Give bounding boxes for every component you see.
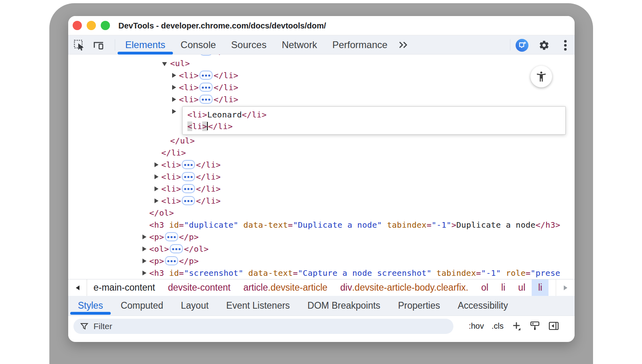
hidden-children-ellipsis-icon[interactable] — [165, 256, 178, 265]
code-token: </li> — [196, 196, 221, 206]
expand-arrow-icon[interactable] — [172, 85, 176, 90]
close-button[interactable] — [73, 21, 82, 30]
dom-tree-row[interactable]: <li></li> — [179, 69, 238, 81]
sidebar-tab-label: Styles — [78, 300, 103, 311]
expand-arrow-icon[interactable] — [142, 259, 146, 263]
node-edit-box[interactable]: <li>Leonard</li> <li></li> — [182, 106, 566, 135]
sidebar-tab-label: DOM Breakpoints — [307, 300, 380, 311]
hidden-children-ellipsis-icon[interactable] — [199, 95, 213, 104]
ai-assistance-button[interactable] — [516, 39, 528, 52]
hidden-children-ellipsis-icon[interactable] — [170, 244, 183, 253]
hidden-children-ellipsis-icon[interactable] — [182, 196, 195, 205]
expand-arrow-icon[interactable] — [142, 235, 146, 239]
dom-tree-row[interactable]: <li></li> — [161, 171, 221, 183]
breadcrumb-bar: e-main-contentdevsite-contentarticle.dev… — [68, 279, 575, 296]
breadcrumb-scroll-right-button[interactable] — [556, 279, 575, 296]
dom-tree-row[interactable]: <li></li> — [179, 55, 238, 57]
maximize-button[interactable] — [101, 21, 110, 30]
toggle-element-state-button[interactable]: :hov — [469, 322, 484, 331]
expand-arrow-icon[interactable] — [172, 97, 176, 102]
device-toolbar-button[interactable] — [92, 39, 105, 52]
code-token: "screenshot" — [184, 268, 243, 278]
more-tabs-button[interactable] — [398, 35, 409, 55]
sidebar-tab-accessibility[interactable]: Accessibility — [449, 296, 517, 315]
minimize-button[interactable] — [87, 21, 96, 30]
tab-elements[interactable]: Elements — [118, 35, 173, 55]
code-token: "-1" — [481, 268, 501, 278]
expand-arrow-icon[interactable] — [142, 271, 146, 275]
dom-tree-row[interactable]: </ol> — [149, 207, 174, 219]
toolbar-separator-right — [510, 39, 510, 51]
rendering-emulation-button[interactable] — [529, 320, 540, 332]
dom-tree-row[interactable]: <h3 id="duplicate" data-text="Duplicate … — [149, 219, 560, 231]
sidebar-tab-properties[interactable]: Properties — [389, 296, 449, 315]
dom-tree-row[interactable]: <ol></ol> — [149, 243, 209, 255]
dom-tree-row[interactable]: <li></li> — [161, 195, 221, 207]
sidebar-tab-computed[interactable]: Computed — [112, 296, 172, 315]
dom-tree-row[interactable]: <li></li> — [161, 183, 221, 195]
hidden-children-ellipsis-icon[interactable] — [182, 160, 195, 169]
dom-tree-row[interactable]: <p></p> — [149, 255, 199, 267]
sidebar-tab-label: Accessibility — [458, 300, 508, 311]
code-token: </li> — [196, 184, 221, 194]
dom-tree-row[interactable]: <li></li> — [179, 81, 238, 93]
breadcrumb-item[interactable]: div.devsite-article-body.clearfix. — [334, 279, 475, 296]
code-token: <li> — [161, 172, 181, 182]
sidebar-tab-styles[interactable]: Styles — [69, 296, 112, 315]
code-token: "Duplicate a node" — [293, 220, 382, 230]
settings-gear-icon[interactable] — [538, 39, 551, 52]
expand-arrow-icon[interactable] — [154, 186, 158, 191]
hidden-children-ellipsis-icon[interactable] — [199, 55, 213, 56]
inspect-element-button[interactable] — [73, 39, 86, 52]
breadcrumb-part: .devsite-article-body.clearfix. — [352, 282, 468, 293]
expand-arrow-icon[interactable] — [154, 162, 158, 167]
breadcrumb-item[interactable]: article.devsite-article — [237, 279, 334, 296]
tab-sources[interactable]: Sources — [223, 35, 274, 55]
filter-input[interactable]: Filter — [73, 319, 453, 334]
element-classes-button[interactable]: .cls — [492, 322, 504, 331]
expand-arrow-icon[interactable] — [154, 198, 158, 203]
sidebar-tab-label: Event Listeners — [226, 300, 290, 311]
breadcrumb-part: li — [501, 282, 505, 293]
sidebar-tab-dom-breakpoints[interactable]: DOM Breakpoints — [299, 296, 389, 315]
code-token: </ol> — [149, 208, 174, 218]
breadcrumb-scroll-left-button[interactable] — [68, 279, 87, 296]
tab-network[interactable]: Network — [274, 35, 325, 55]
breadcrumb-item[interactable]: devsite-content — [161, 279, 237, 296]
code-token: </li> — [213, 83, 238, 92]
expand-arrow-icon[interactable] — [172, 73, 176, 78]
tab-performance[interactable]: Performance — [325, 35, 395, 55]
breadcrumb-item[interactable]: li — [495, 279, 512, 296]
dom-tree-row[interactable]: <li></li> — [179, 93, 238, 105]
sidebar-tab-event-listeners[interactable]: Event Listeners — [217, 296, 299, 315]
tab-console[interactable]: Console — [173, 35, 223, 55]
kebab-menu-icon[interactable] — [559, 39, 572, 52]
hidden-children-ellipsis-icon[interactable] — [165, 232, 178, 241]
hidden-children-ellipsis-icon[interactable] — [182, 172, 195, 181]
expand-arrow-icon[interactable] — [154, 174, 158, 179]
toggle-sidebar-button[interactable] — [548, 320, 559, 332]
breadcrumb-item[interactable]: li — [532, 279, 549, 296]
hidden-children-ellipsis-icon[interactable] — [182, 184, 195, 193]
breadcrumb-item[interactable]: ol — [475, 279, 495, 296]
dom-tree-row[interactable]: <li></li> — [161, 159, 221, 171]
breadcrumb-item[interactable]: e-main-content — [87, 279, 161, 296]
expand-arrow-icon[interactable] — [172, 109, 176, 114]
hidden-children-ellipsis-icon[interactable] — [199, 71, 213, 80]
tab-label: Network — [282, 39, 317, 51]
breadcrumb-item[interactable]: ul — [512, 279, 532, 296]
code-token: <p> — [149, 256, 164, 266]
collapse-arrow-icon[interactable] — [162, 62, 167, 66]
dom-tree-row[interactable]: </ul> — [170, 135, 195, 147]
dom-tree-row[interactable]: <ul> — [170, 57, 190, 69]
hidden-children-ellipsis-icon[interactable] — [199, 83, 213, 92]
new-style-rule-button[interactable] — [511, 321, 522, 331]
accessibility-helper-button[interactable] — [530, 66, 552, 87]
code-token: <li> — [161, 184, 181, 194]
dom-tree-row[interactable]: <p></p> — [149, 231, 199, 243]
dom-tree-row[interactable]: <h3 id="screenshot" data-text="Capture a… — [149, 267, 560, 279]
dom-tree-row[interactable]: </li> — [161, 147, 186, 159]
expand-arrow-icon[interactable] — [142, 247, 146, 251]
sidebar-tab-layout[interactable]: Layout — [172, 296, 217, 315]
breadcrumb-part: div — [340, 282, 352, 293]
